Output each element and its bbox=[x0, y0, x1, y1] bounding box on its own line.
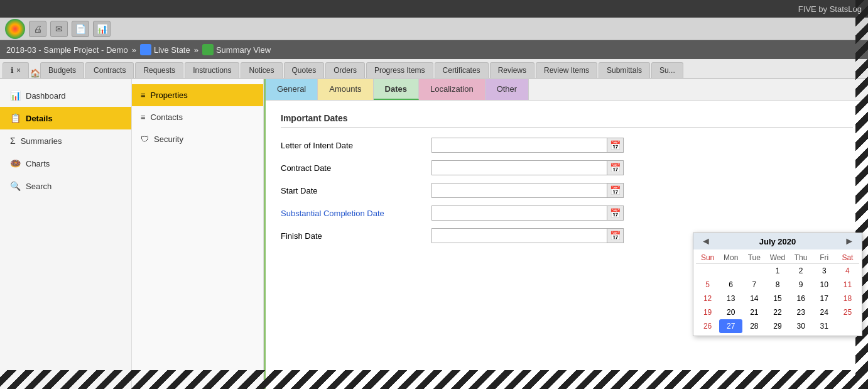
tab-progress-items[interactable]: Progress Items bbox=[366, 62, 433, 78]
substantial-completion-input[interactable] bbox=[431, 205, 607, 221]
content-panel: Important Dates Letter of Intent Date 📅 … bbox=[266, 101, 868, 389]
tab-localization[interactable]: Localization bbox=[419, 79, 486, 100]
summary-icon bbox=[202, 44, 214, 55]
tab-instructions[interactable]: Instructions bbox=[185, 62, 239, 78]
cal-day-14[interactable]: 14 bbox=[742, 292, 766, 305]
cal-day-2[interactable]: 2 bbox=[789, 264, 813, 278]
content-area: General Amounts Dates Localization Other… bbox=[264, 79, 868, 389]
cal-day-21[interactable]: 21 bbox=[742, 305, 766, 319]
cal-day-6[interactable]: 6 bbox=[719, 278, 742, 292]
dow-thu: Thu bbox=[789, 253, 813, 262]
zigzag-bottom-border bbox=[0, 370, 868, 389]
properties-icon: ≡ bbox=[141, 90, 146, 100]
cal-day-17[interactable]: 17 bbox=[813, 292, 836, 305]
dow-sat: Sat bbox=[836, 253, 859, 262]
letter-of-intent-calendar-btn[interactable]: 📅 bbox=[607, 138, 624, 153]
cal-day-11[interactable]: 11 bbox=[836, 278, 859, 292]
start-date-calendar-btn[interactable]: 📅 bbox=[607, 183, 624, 198]
cal-day-4[interactable]: 4 bbox=[836, 264, 859, 278]
tab-requests[interactable]: Requests bbox=[135, 62, 183, 78]
dashboard-icon: 📊 bbox=[10, 90, 21, 101]
tab-amounts[interactable]: Amounts bbox=[318, 79, 373, 100]
security-icon: 🛡 bbox=[141, 134, 149, 144]
tab-general[interactable]: General bbox=[266, 79, 318, 100]
cal-day-29[interactable]: 29 bbox=[766, 319, 789, 333]
tab-other[interactable]: Other bbox=[486, 79, 529, 100]
calendar-dow-row: Sun Mon Tue Wed Thu Fri Sat bbox=[696, 252, 859, 264]
cal-week-5: 26 27 28 29 30 31 bbox=[696, 319, 859, 333]
cal-day-20[interactable]: 20 bbox=[719, 305, 742, 319]
live-state-label[interactable]: Live State bbox=[154, 45, 190, 55]
cal-day-10[interactable]: 10 bbox=[813, 278, 836, 292]
sidebar-item-dashboard[interactable]: 📊 Dashboard bbox=[0, 84, 131, 107]
cal-day-22[interactable]: 22 bbox=[766, 305, 789, 319]
inner-tab-bar: General Amounts Dates Localization Other bbox=[266, 79, 868, 101]
cal-day-27[interactable]: 27 bbox=[719, 319, 742, 333]
cal-day-28[interactable]: 28 bbox=[742, 319, 766, 333]
cal-day-18[interactable]: 18 bbox=[836, 292, 859, 305]
sidebar-item-charts[interactable]: 🍩 Charts bbox=[0, 152, 131, 175]
finish-date-input[interactable] bbox=[431, 228, 607, 243]
cal-day-8[interactable]: 8 bbox=[766, 278, 789, 292]
cal-day-25[interactable]: 25 bbox=[836, 305, 859, 319]
tab-review-items[interactable]: Review Items bbox=[536, 62, 597, 78]
export-btn[interactable]: 📊 bbox=[93, 21, 111, 37]
pdf-btn[interactable]: 📄 bbox=[72, 21, 89, 37]
finish-date-input-group: 📅 bbox=[431, 228, 624, 243]
tab-dates[interactable]: Dates bbox=[374, 79, 419, 100]
tab-budgets[interactable]: Budgets bbox=[40, 62, 84, 78]
contract-date-input[interactable] bbox=[431, 160, 607, 175]
sidebar-item-details[interactable]: 📋 Details bbox=[0, 107, 131, 129]
tab-orders[interactable]: Orders bbox=[325, 62, 365, 78]
tab-submittals[interactable]: Submittals bbox=[599, 62, 650, 78]
details-icon: 📋 bbox=[10, 113, 21, 123]
tab-notices[interactable]: Notices bbox=[241, 62, 282, 78]
important-dates-title: Important Dates bbox=[281, 113, 853, 128]
cal-day-30[interactable]: 30 bbox=[789, 319, 813, 333]
cal-day-5[interactable]: 5 bbox=[696, 278, 719, 292]
start-date-input[interactable] bbox=[431, 183, 607, 198]
cal-day-12[interactable]: 12 bbox=[696, 292, 719, 305]
email-btn[interactable]: ✉ bbox=[50, 21, 68, 37]
cal-week-2: 5 6 7 8 9 10 11 bbox=[696, 278, 859, 292]
tab-certificates[interactable]: Certificates bbox=[435, 62, 489, 78]
cal-day-15[interactable]: 15 bbox=[766, 292, 789, 305]
summary-view-section: Summary View bbox=[202, 44, 271, 55]
cal-day-16[interactable]: 16 bbox=[789, 292, 813, 305]
cal-day-19[interactable]: 19 bbox=[696, 305, 719, 319]
calendar-prev-btn[interactable]: ◄ bbox=[698, 236, 713, 247]
sidebar-item-summaries[interactable]: Σ Summaries bbox=[0, 129, 131, 152]
cal-day-9[interactable]: 9 bbox=[789, 278, 813, 292]
cal-day-empty bbox=[696, 264, 719, 278]
tab-close-btn[interactable]: ℹ × bbox=[3, 62, 29, 78]
sub-sidebar-contacts[interactable]: ≡ Contacts bbox=[132, 106, 263, 128]
tab-quotes[interactable]: Quotes bbox=[284, 62, 325, 78]
start-date-row: Start Date 📅 bbox=[281, 183, 853, 198]
cal-day-3[interactable]: 3 bbox=[813, 264, 836, 278]
cal-day[interactable] bbox=[742, 264, 766, 278]
home-tab[interactable]: 🏠 bbox=[30, 68, 40, 78]
substantial-completion-calendar-btn[interactable]: 📅 bbox=[607, 205, 624, 221]
cal-day-24[interactable]: 24 bbox=[813, 305, 836, 319]
sub-sidebar-properties[interactable]: ≡ Properties bbox=[132, 84, 263, 106]
tab-su[interactable]: Su... bbox=[651, 62, 683, 78]
sub-sidebar-security[interactable]: 🛡 Security bbox=[132, 128, 263, 150]
contract-date-calendar-btn[interactable]: 📅 bbox=[607, 160, 624, 175]
tab-reviews[interactable]: Reviews bbox=[490, 62, 534, 78]
tab-contracts[interactable]: Contracts bbox=[85, 62, 134, 78]
calendar-next-btn[interactable]: ► bbox=[842, 236, 857, 247]
cal-week-3: 12 13 14 15 16 17 18 bbox=[696, 292, 859, 305]
summary-view-label[interactable]: Summary View bbox=[216, 45, 271, 55]
cal-day-31[interactable]: 31 bbox=[813, 319, 836, 333]
calendar-grid: Sun Mon Tue Wed Thu Fri Sat 1 2 bbox=[693, 249, 862, 336]
letter-of-intent-input[interactable] bbox=[431, 138, 607, 153]
print-btn[interactable]: 🖨 bbox=[29, 21, 46, 37]
cal-day-26[interactable]: 26 bbox=[696, 319, 719, 333]
cal-day[interactable] bbox=[719, 264, 742, 278]
sidebar-item-search[interactable]: 🔍 Search bbox=[0, 175, 131, 197]
cal-day-23[interactable]: 23 bbox=[789, 305, 813, 319]
finish-date-calendar-btn[interactable]: 📅 bbox=[607, 228, 624, 243]
cal-day-1[interactable]: 1 bbox=[766, 264, 789, 278]
cal-day-13[interactable]: 13 bbox=[719, 292, 742, 305]
cal-day-7[interactable]: 7 bbox=[742, 278, 766, 292]
